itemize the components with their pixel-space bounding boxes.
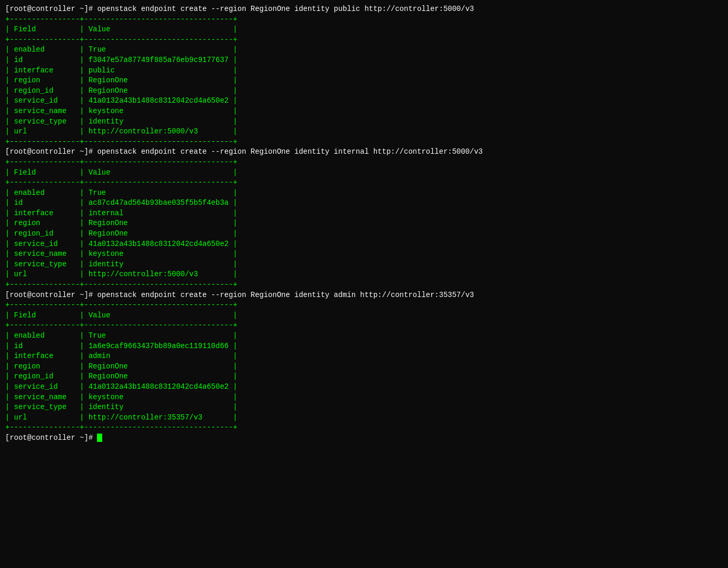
table-separator-mid-2: +----------------+----------------------… (5, 178, 237, 187)
table-row-3-2: | id | 1a6e9caf9663437bb89a0ec119110d66 … (5, 342, 237, 350)
table-row-3-5: | region_id | RegionOne | (5, 372, 237, 380)
table-row-3-9: | url | http://controller:35357/v3 | (5, 413, 237, 422)
command-line-1: [root@controller ~]# openstack endpoint … (5, 5, 474, 13)
table-header-1: | Field | Value | (5, 25, 237, 33)
table-separator-top-1: +----------------+----------------------… (5, 15, 237, 23)
table-row-1-3: | interface | public | (5, 66, 237, 75)
table-header-3: | Field | Value | (5, 311, 237, 319)
cursor-block (97, 434, 102, 442)
table-separator-mid-3: +----------------+----------------------… (5, 321, 237, 329)
table-row-2-1: | enabled | True | (5, 189, 237, 197)
table-row-2-8: | service_type | identity | (5, 260, 237, 268)
table-row-1-4: | region | RegionOne | (5, 76, 237, 84)
table-row-1-6: | service_id | 41a0132a43b1488c8312042cd… (5, 96, 237, 105)
table-separator-mid-1: +----------------+----------------------… (5, 35, 237, 44)
table-separator-bottom-3: +----------------+----------------------… (5, 423, 237, 431)
table-row-1-7: | service_name | keystone | (5, 107, 237, 115)
table-header-2: | Field | Value | (5, 168, 237, 177)
table-row-1-5: | region_id | RegionOne | (5, 87, 237, 95)
table-row-2-9: | url | http://controller:5000/v3 | (5, 270, 237, 278)
table-row-3-7: | service_name | keystone | (5, 393, 237, 401)
table-separator-top-3: +----------------+----------------------… (5, 301, 237, 309)
command-line-3: [root@controller ~]# openstack endpoint … (5, 291, 474, 299)
table-row-1-2: | id | f3047e57a87749f885a76eb9c9177637 … (5, 56, 237, 64)
table-row-3-8: | service_type | identity | (5, 403, 237, 411)
table-row-2-2: | id | ac87cd47ad564b93bae035f5b5f4eb3a … (5, 199, 237, 207)
table-row-2-3: | interface | internal | (5, 209, 237, 217)
terminal-window: [root@controller ~]# openstack endpoint … (5, 4, 723, 443)
table-row-1-9: | url | http://controller:5000/v3 | (5, 127, 237, 135)
table-row-3-4: | region | RegionOne | (5, 362, 237, 371)
table-row-2-7: | service_name | keystone | (5, 250, 237, 258)
table-separator-top-2: +----------------+----------------------… (5, 158, 237, 166)
table-row-2-6: | service_id | 41a0132a43b1488c8312042cd… (5, 240, 237, 248)
table-row-3-3: | interface | admin | (5, 352, 237, 360)
table-row-2-5: | region_id | RegionOne | (5, 229, 237, 238)
table-row-2-4: | region | RegionOne | (5, 219, 237, 227)
table-row-3-6: | service_id | 41a0132a43b1488c8312042cd… (5, 382, 237, 391)
final-prompt: [root@controller ~]# (5, 434, 97, 442)
command-line-2: [root@controller ~]# openstack endpoint … (5, 147, 483, 156)
table-separator-bottom-2: +----------------+----------------------… (5, 280, 237, 289)
table-row-1-1: | enabled | True | (5, 45, 237, 54)
table-row-1-8: | service_type | identity | (5, 117, 237, 126)
table-separator-bottom-1: +----------------+----------------------… (5, 138, 237, 146)
table-row-3-1: | enabled | True | (5, 331, 237, 340)
